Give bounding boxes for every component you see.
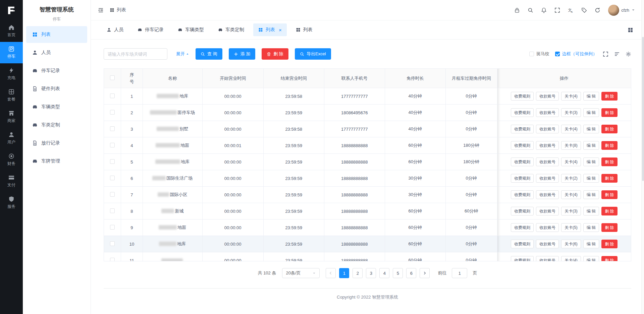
- tab-3[interactable]: 车辆类型: [173, 23, 209, 36]
- sidebar-item-5[interactable]: 车辆类型: [26, 99, 87, 115]
- tag-icon[interactable]: [581, 7, 587, 13]
- delete-button[interactable]: 删 除: [262, 48, 288, 60]
- lock-icon[interactable]: [514, 7, 520, 13]
- payment-account-button[interactable]: 收款账号: [536, 256, 559, 261]
- column-settings-icon[interactable]: [614, 51, 620, 57]
- user-menu[interactable]: cfzh: [608, 5, 635, 16]
- collapse-sidebar-button[interactable]: [96, 6, 105, 14]
- sidebar-item-1[interactable]: 列表: [26, 26, 87, 43]
- refresh-icon[interactable]: [595, 7, 600, 13]
- border-toggle[interactable]: 边框（可拉伸列）: [555, 51, 597, 57]
- rail-item-finance[interactable]: 财务: [0, 149, 23, 171]
- translate-icon[interactable]: 文A: [568, 7, 574, 13]
- edit-button[interactable]: 编 辑: [583, 240, 599, 248]
- delete-row-button[interactable]: 删 除: [601, 240, 617, 248]
- query-button[interactable]: 查 询: [196, 48, 222, 60]
- border-checkbox[interactable]: [555, 52, 560, 56]
- tab-1[interactable]: 人员: [102, 23, 128, 36]
- fullscreen-icon[interactable]: [554, 7, 560, 13]
- row-checkbox[interactable]: [110, 126, 115, 131]
- payment-account-button[interactable]: 收款账号: [536, 240, 559, 248]
- delete-row-button[interactable]: 删 除: [601, 125, 617, 133]
- edit-button[interactable]: 编 辑: [583, 108, 599, 117]
- edit-button[interactable]: 编 辑: [583, 207, 599, 215]
- delete-row-button[interactable]: 删 除: [601, 190, 617, 199]
- tab-4[interactable]: 车类定制: [213, 23, 249, 36]
- page-button-5[interactable]: 5: [393, 268, 403, 278]
- row-checkbox[interactable]: [110, 208, 115, 213]
- rail-item-package[interactable]: 套餐: [0, 85, 23, 106]
- delete-row-button[interactable]: 删 除: [601, 141, 617, 150]
- gates-button[interactable]: 关卡(5): [561, 223, 581, 232]
- sidebar-item-2[interactable]: 人员: [26, 44, 87, 61]
- fee-rules-button[interactable]: 收费规则: [511, 174, 534, 183]
- bell-icon[interactable]: [541, 7, 547, 13]
- row-checkbox[interactable]: [110, 143, 115, 147]
- sidebar-item-6[interactable]: 车类定制: [26, 117, 87, 133]
- gates-button[interactable]: 关卡(3): [561, 207, 581, 215]
- rail-item-parking[interactable]: 停车: [0, 42, 23, 63]
- next-page-button[interactable]: [420, 268, 430, 278]
- tab-close-icon[interactable]: ×: [279, 27, 282, 33]
- rail-item-charge[interactable]: 充电: [0, 63, 23, 85]
- fee-rules-button[interactable]: 收费规则: [511, 256, 534, 261]
- gates-button[interactable]: 关卡(2): [561, 174, 581, 183]
- fee-rules-button[interactable]: 收费规则: [511, 223, 534, 232]
- fee-rules-button[interactable]: 收费规则: [511, 141, 534, 150]
- delete-row-button[interactable]: 删 除: [601, 223, 617, 232]
- page-button-3[interactable]: 3: [366, 268, 376, 278]
- fee-rules-button[interactable]: 收费规则: [511, 207, 534, 215]
- sidebar-item-3[interactable]: 停车记录: [26, 62, 87, 79]
- tab-5[interactable]: 列表×: [253, 23, 287, 36]
- row-checkbox[interactable]: [110, 159, 115, 164]
- edit-button[interactable]: 编 辑: [583, 190, 599, 199]
- sidebar-item-7[interactable]: 放行记录: [26, 135, 87, 151]
- tab-options-icon[interactable]: [628, 27, 633, 33]
- tab-2[interactable]: 停车记录: [132, 23, 169, 36]
- edit-button[interactable]: 编 辑: [583, 223, 599, 232]
- rail-item-user[interactable]: 用户: [0, 128, 23, 149]
- edit-button[interactable]: 编 辑: [583, 174, 599, 183]
- payment-account-button[interactable]: 收款账号: [536, 190, 559, 199]
- fee-rules-button[interactable]: 收费规则: [511, 108, 534, 117]
- rail-item-service[interactable]: 服务: [0, 192, 23, 213]
- row-checkbox[interactable]: [110, 192, 115, 197]
- page-scrollbar[interactable]: [641, 0, 644, 314]
- row-checkbox[interactable]: [110, 93, 115, 98]
- fee-rules-button[interactable]: 收费规则: [511, 190, 534, 199]
- page-size-select[interactable]: 20条/页: [282, 268, 320, 278]
- row-checkbox[interactable]: [110, 258, 115, 262]
- edit-button[interactable]: 编 辑: [583, 125, 599, 133]
- payment-account-button[interactable]: 收款账号: [536, 92, 559, 101]
- row-checkbox[interactable]: [110, 241, 115, 246]
- fee-rules-button[interactable]: 收费规则: [511, 92, 534, 101]
- gates-button[interactable]: 关卡(4): [561, 125, 581, 133]
- row-checkbox[interactable]: [110, 225, 115, 230]
- add-button[interactable]: 添 加: [229, 48, 256, 60]
- fullscreen-table-icon[interactable]: [603, 51, 608, 57]
- fee-rules-button[interactable]: 收费规则: [511, 125, 534, 133]
- search-input[interactable]: [104, 48, 167, 60]
- page-button-4[interactable]: 4: [379, 268, 389, 278]
- gates-button[interactable]: 关卡(4): [561, 158, 581, 166]
- edit-button[interactable]: 编 辑: [583, 92, 599, 101]
- app-logo[interactable]: [0, 0, 23, 20]
- sidebar-item-4[interactable]: 硬件列表: [26, 80, 87, 97]
- page-button-6[interactable]: 6: [406, 268, 416, 278]
- edit-button[interactable]: 编 辑: [583, 141, 599, 150]
- fee-rules-button[interactable]: 收费规则: [511, 240, 534, 248]
- scrollbar-thumb[interactable]: [642, 37, 644, 181]
- zebra-checkbox[interactable]: [529, 52, 534, 56]
- payment-account-button[interactable]: 收款账号: [536, 125, 559, 133]
- table-settings-gear-icon[interactable]: [626, 51, 631, 57]
- delete-row-button[interactable]: 删 除: [601, 108, 617, 117]
- row-checkbox[interactable]: [110, 110, 115, 115]
- prev-page-button[interactable]: [326, 268, 336, 278]
- tab-6[interactable]: 列表: [291, 23, 318, 36]
- payment-account-button[interactable]: 收款账号: [536, 174, 559, 183]
- delete-row-button[interactable]: 删 除: [601, 256, 617, 261]
- delete-row-button[interactable]: 删 除: [601, 92, 617, 101]
- gates-button[interactable]: 关卡(6): [561, 240, 581, 248]
- payment-account-button[interactable]: 收款账号: [536, 223, 559, 232]
- select-all-checkbox[interactable]: [110, 75, 115, 80]
